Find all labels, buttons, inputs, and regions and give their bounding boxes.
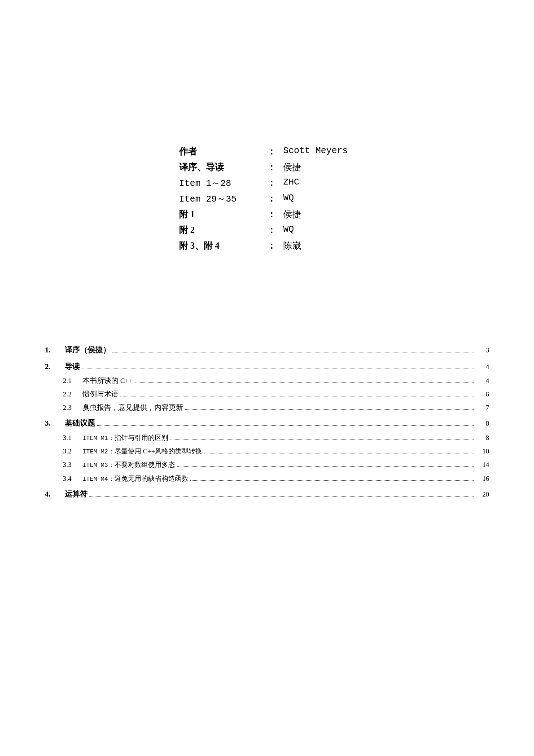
toc-page-3: 6	[476, 388, 489, 400]
toc-dots-0	[112, 352, 474, 352]
info-colon-1: ：	[260, 159, 283, 175]
toc-row-2: 2.1本书所谈的 C++4	[45, 374, 489, 387]
toc-num-3: 2.2	[63, 388, 83, 400]
toc-num-9: 3.4	[63, 472, 83, 485]
toc-label-7: ITEM M2：尽量使用 C++风格的类型转换	[83, 445, 202, 457]
toc-num-2: 2.1	[63, 374, 83, 387]
toc-label-4: 臭虫报告，意见提供，内容更新	[83, 401, 183, 414]
toc-label-0: 译序（侯捷）	[65, 343, 110, 357]
info-colon-4: ：	[260, 207, 283, 222]
toc-label-8: ITEM M3：不要对数组使用多态	[83, 459, 175, 471]
info-label-5: 附 2	[179, 222, 260, 238]
toc-label-6: ITEM M1：指针与引用的区别	[83, 432, 168, 444]
info-label-4: 附 1	[179, 207, 260, 222]
toc-num-8: 3.3	[63, 458, 83, 471]
toc-row-0: 1.译序（侯捷）3	[45, 343, 489, 357]
toc-dots-4	[185, 409, 474, 410]
page: 作者：Scott Meyers译序、导读：侯捷Item 1～28：ZHCItem…	[0, 0, 534, 756]
toc-num-0: 1.	[45, 343, 65, 357]
toc-dots-7	[204, 453, 474, 453]
toc-row-8: 3.3ITEM M3：不要对数组使用多态14	[45, 458, 489, 471]
info-value-5: WQ	[283, 222, 355, 238]
toc-page-7: 10	[476, 445, 489, 457]
toc-dots-6	[170, 440, 474, 440]
info-colon-6: ：	[260, 238, 283, 254]
info-colon-5: ：	[260, 222, 283, 238]
info-value-6: 陈崴	[283, 238, 355, 254]
toc-dots-5	[97, 425, 474, 426]
toc-num-7: 3.2	[63, 445, 83, 457]
toc-row-10: 4.运算符20	[45, 488, 489, 501]
toc-num-5: 3.	[45, 417, 65, 431]
toc-dots-8	[177, 466, 474, 467]
toc-dots-10	[89, 496, 474, 497]
toc-page-4: 7	[476, 402, 489, 414]
toc-dots-9	[190, 480, 474, 481]
toc-page-2: 4	[476, 375, 489, 387]
info-value-0: Scott Meyers	[283, 144, 355, 159]
toc-section: 1.译序（侯捷）32.导读42.1本书所谈的 C++42.2惯例与术语62.3臭…	[45, 343, 489, 501]
toc-label-10: 运算符	[65, 488, 88, 501]
toc-dots-2	[135, 382, 474, 383]
toc-row-9: 3.4ITEM M4：避免无用的缺省构造函数16	[45, 472, 489, 485]
info-colon-3: ：	[260, 191, 283, 207]
info-value-2: ZHC	[283, 175, 355, 191]
info-colon-2: ：	[260, 175, 283, 191]
toc-label-2: 本书所谈的 C++	[83, 374, 133, 387]
toc-label-9: ITEM M4：避免无用的缺省构造函数	[83, 473, 188, 485]
toc-page-8: 14	[476, 459, 489, 471]
info-colon-0: ：	[260, 144, 283, 159]
info-value-1: 侯捷	[283, 159, 355, 175]
toc-page-0: 3	[476, 344, 489, 356]
info-table-container: 作者：Scott Meyers译序、导读：侯捷Item 1～28：ZHCItem…	[45, 144, 489, 254]
toc-label-1: 导读	[65, 360, 80, 374]
toc-num-1: 2.	[45, 360, 65, 374]
toc-label-5: 基础议题	[65, 417, 95, 431]
toc-row-6: 3.1ITEM M1：指针与引用的区别8	[45, 431, 489, 444]
toc-row-4: 2.3臭虫报告，意见提供，内容更新7	[45, 401, 489, 414]
toc-num-6: 3.1	[63, 431, 83, 444]
toc-row-5: 3.基础议题8	[45, 417, 489, 431]
toc-page-10: 20	[476, 488, 489, 501]
title-section	[45, 36, 489, 117]
info-label-3: Item 29～35	[179, 191, 260, 207]
info-label-0: 作者	[179, 144, 260, 159]
toc-row-3: 2.2惯例与术语6	[45, 388, 489, 400]
toc-label-3: 惯例与术语	[83, 388, 118, 400]
info-label-1: 译序、导读	[179, 159, 260, 175]
toc-row-1: 2.导读4	[45, 360, 489, 374]
info-table: 作者：Scott Meyers译序、导读：侯捷Item 1～28：ZHCItem…	[179, 144, 355, 254]
toc-dots-3	[120, 396, 474, 396]
info-label-6: 附 3、附 4	[179, 238, 260, 254]
toc-dots-1	[82, 369, 474, 369]
toc-num-10: 4.	[45, 488, 65, 501]
toc-page-9: 16	[476, 473, 489, 485]
toc-page-1: 4	[476, 361, 489, 373]
toc-page-5: 8	[476, 418, 489, 430]
toc-num-4: 2.3	[63, 401, 83, 414]
info-value-3: WQ	[283, 191, 355, 207]
info-value-4: 侯捷	[283, 207, 355, 222]
toc-page-6: 8	[476, 432, 489, 444]
info-label-2: Item 1～28	[179, 175, 260, 191]
toc-row-7: 3.2ITEM M2：尽量使用 C++风格的类型转换10	[45, 445, 489, 457]
